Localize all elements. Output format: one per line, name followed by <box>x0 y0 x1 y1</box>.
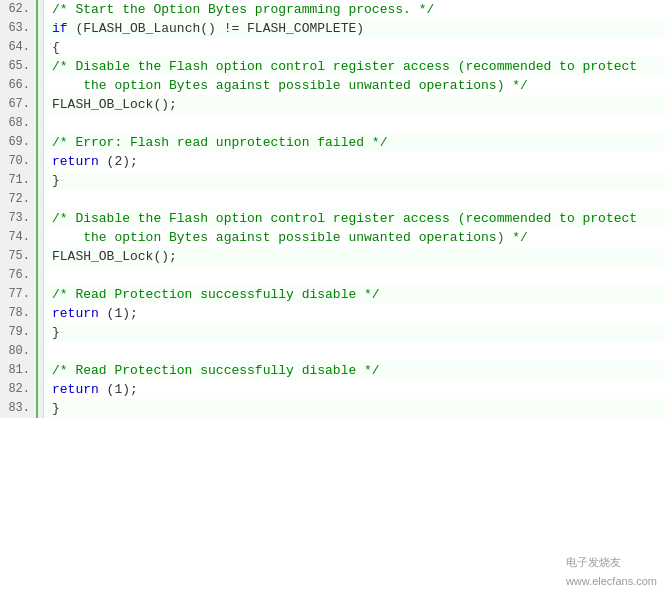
line-content <box>44 114 665 133</box>
comment-token: /* Read Protection successfully disable … <box>52 285 380 304</box>
line-content: return (1); <box>44 380 665 399</box>
line-content: return (2); <box>44 152 665 171</box>
keyword-token: return <box>52 304 99 323</box>
comment-token: /* Disable the Flash option control regi… <box>52 209 637 228</box>
plain-token: } <box>52 323 60 342</box>
table-row: 70. return (2); <box>0 152 665 171</box>
line-content: if (FLASH_OB_Launch() != FLASH_COMPLETE) <box>44 19 665 38</box>
line-number: 66. <box>0 76 38 95</box>
table-row: 74. the option Bytes against possible un… <box>0 228 665 247</box>
table-row: 65. /* Disable the Flash option control … <box>0 57 665 76</box>
comment-token: the option Bytes against possible unwant… <box>52 228 528 247</box>
table-row: 72. <box>0 190 665 209</box>
table-row: 80. <box>0 342 665 361</box>
table-row: 76. <box>0 266 665 285</box>
table-row: 73. /* Disable the Flash option control … <box>0 209 665 228</box>
line-number: 80. <box>0 342 38 361</box>
line-content: /* Read Protection successfully disable … <box>44 285 665 304</box>
line-number: 65. <box>0 57 38 76</box>
line-number: 78. <box>0 304 38 323</box>
table-row: 63. if (FLASH_OB_Launch() != FLASH_COMPL… <box>0 19 665 38</box>
table-row: 78. return (1); <box>0 304 665 323</box>
line-content: FLASH_OB_Lock(); <box>44 247 665 266</box>
keyword-token: if <box>52 19 68 38</box>
line-content: /* Error: Flash read unprotection failed… <box>44 133 665 152</box>
line-content <box>44 342 665 361</box>
watermark-url: www.elecfans.com <box>566 575 657 587</box>
table-row: 69. /* Error: Flash read unprotection fa… <box>0 133 665 152</box>
comment-token: /* Disable the Flash option control regi… <box>52 57 637 76</box>
line-content: the option Bytes against possible unwant… <box>44 76 665 95</box>
line-number: 69. <box>0 133 38 152</box>
table-row: 64. { <box>0 38 665 57</box>
table-row: 82.return (1); <box>0 380 665 399</box>
line-number: 82. <box>0 380 38 399</box>
line-number: 74. <box>0 228 38 247</box>
line-number: 70. <box>0 152 38 171</box>
line-number: 71. <box>0 171 38 190</box>
table-row: 79.} <box>0 323 665 342</box>
line-content: } <box>44 171 665 190</box>
plain-token: } <box>52 171 60 190</box>
table-row: 67. FLASH_OB_Lock(); <box>0 95 665 114</box>
line-number: 67. <box>0 95 38 114</box>
line-content: /* Disable the Flash option control regi… <box>44 57 665 76</box>
keyword-token: return <box>52 152 99 171</box>
line-number: 62. <box>0 0 38 19</box>
plain-token: (FLASH_OB_Launch() != FLASH_COMPLETE) <box>68 19 364 38</box>
plain-token: (1); <box>99 304 138 323</box>
line-content: /* Start the Option Bytes programming pr… <box>44 0 665 19</box>
line-content: } <box>44 399 665 418</box>
line-number: 73. <box>0 209 38 228</box>
line-number: 83. <box>0 399 38 418</box>
plain-token: } <box>52 399 60 418</box>
comment-token: /* Error: Flash read unprotection failed… <box>52 133 387 152</box>
table-row: 68. <box>0 114 665 133</box>
line-content: { <box>44 38 665 57</box>
line-number: 68. <box>0 114 38 133</box>
table-row: 71. } <box>0 171 665 190</box>
line-content: FLASH_OB_Lock(); <box>44 95 665 114</box>
table-row: 66. the option Bytes against possible un… <box>0 76 665 95</box>
table-row: 62. /* Start the Option Bytes programmin… <box>0 0 665 19</box>
line-content: } <box>44 323 665 342</box>
plain-token: FLASH_OB_Lock(); <box>52 95 177 114</box>
line-content <box>44 266 665 285</box>
line-number: 77. <box>0 285 38 304</box>
line-number: 75. <box>0 247 38 266</box>
line-number: 76. <box>0 266 38 285</box>
comment-token: /* Start the Option Bytes programming pr… <box>52 0 434 19</box>
line-number: 72. <box>0 190 38 209</box>
comment-token: /* Read Protection successfully disable … <box>52 361 380 380</box>
plain-token: FLASH_OB_Lock(); <box>52 247 177 266</box>
code-lines: 62. /* Start the Option Bytes programmin… <box>0 0 665 418</box>
line-content: /* Disable the Flash option control regi… <box>44 209 665 228</box>
table-row: 83.} <box>0 399 665 418</box>
plain-token: (1); <box>99 380 138 399</box>
table-row: 77. /* Read Protection successfully disa… <box>0 285 665 304</box>
watermark: 电子发烧友 www.elecfans.com <box>566 553 657 591</box>
line-number: 63. <box>0 19 38 38</box>
line-content: /* Read Protection successfully disable … <box>44 361 665 380</box>
table-row: 81./* Read Protection successfully disab… <box>0 361 665 380</box>
line-number: 79. <box>0 323 38 342</box>
comment-token: the option Bytes against possible unwant… <box>52 76 528 95</box>
watermark-site: 电子发烧友 <box>566 556 621 568</box>
keyword-token: return <box>52 380 99 399</box>
code-editor: 62. /* Start the Option Bytes programmin… <box>0 0 665 599</box>
line-number: 64. <box>0 38 38 57</box>
table-row: 75. FLASH_OB_Lock(); <box>0 247 665 266</box>
plain-token: (2); <box>99 152 138 171</box>
plain-token: { <box>52 38 60 57</box>
line-number: 81. <box>0 361 38 380</box>
line-content <box>44 190 665 209</box>
line-content: the option Bytes against possible unwant… <box>44 228 665 247</box>
line-content: return (1); <box>44 304 665 323</box>
